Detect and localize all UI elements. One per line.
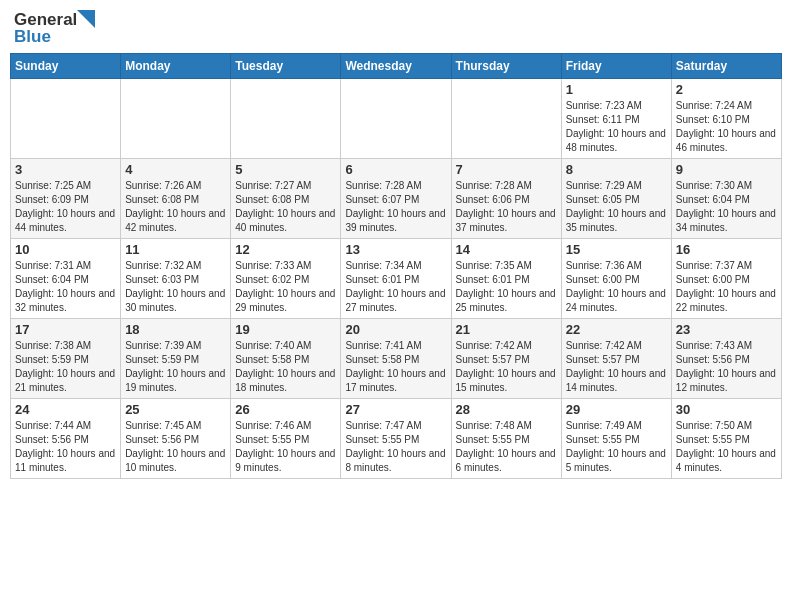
calendar-day-cell [11, 79, 121, 159]
day-number: 5 [235, 162, 336, 177]
calendar-day-cell: 12Sunrise: 7:33 AMSunset: 6:02 PMDayligh… [231, 239, 341, 319]
day-number: 6 [345, 162, 446, 177]
day-number: 17 [15, 322, 116, 337]
calendar-weekday-header: Thursday [451, 54, 561, 79]
day-info: Sunrise: 7:37 AMSunset: 6:00 PMDaylight:… [676, 259, 777, 315]
day-number: 9 [676, 162, 777, 177]
calendar-day-cell: 5Sunrise: 7:27 AMSunset: 6:08 PMDaylight… [231, 159, 341, 239]
calendar-day-cell: 30Sunrise: 7:50 AMSunset: 5:55 PMDayligh… [671, 399, 781, 479]
day-info: Sunrise: 7:43 AMSunset: 5:56 PMDaylight:… [676, 339, 777, 395]
logo-container: General Blue [14, 10, 95, 45]
calendar-day-cell: 27Sunrise: 7:47 AMSunset: 5:55 PMDayligh… [341, 399, 451, 479]
calendar-day-cell [341, 79, 451, 159]
day-info: Sunrise: 7:42 AMSunset: 5:57 PMDaylight:… [456, 339, 557, 395]
day-info: Sunrise: 7:42 AMSunset: 5:57 PMDaylight:… [566, 339, 667, 395]
day-number: 14 [456, 242, 557, 257]
day-info: Sunrise: 7:46 AMSunset: 5:55 PMDaylight:… [235, 419, 336, 475]
day-info: Sunrise: 7:32 AMSunset: 6:03 PMDaylight:… [125, 259, 226, 315]
day-number: 1 [566, 82, 667, 97]
calendar-day-cell: 1Sunrise: 7:23 AMSunset: 6:11 PMDaylight… [561, 79, 671, 159]
day-number: 19 [235, 322, 336, 337]
day-info: Sunrise: 7:41 AMSunset: 5:58 PMDaylight:… [345, 339, 446, 395]
day-info: Sunrise: 7:24 AMSunset: 6:10 PMDaylight:… [676, 99, 777, 155]
calendar-day-cell: 14Sunrise: 7:35 AMSunset: 6:01 PMDayligh… [451, 239, 561, 319]
day-number: 4 [125, 162, 226, 177]
day-number: 8 [566, 162, 667, 177]
calendar-weekday-header: Wednesday [341, 54, 451, 79]
day-info: Sunrise: 7:35 AMSunset: 6:01 PMDaylight:… [456, 259, 557, 315]
calendar-weekday-header: Tuesday [231, 54, 341, 79]
calendar-week-row: 10Sunrise: 7:31 AMSunset: 6:04 PMDayligh… [11, 239, 782, 319]
day-info: Sunrise: 7:28 AMSunset: 6:06 PMDaylight:… [456, 179, 557, 235]
calendar-day-cell: 13Sunrise: 7:34 AMSunset: 6:01 PMDayligh… [341, 239, 451, 319]
calendar-weekday-header: Saturday [671, 54, 781, 79]
calendar-week-row: 17Sunrise: 7:38 AMSunset: 5:59 PMDayligh… [11, 319, 782, 399]
day-info: Sunrise: 7:27 AMSunset: 6:08 PMDaylight:… [235, 179, 336, 235]
calendar-day-cell: 10Sunrise: 7:31 AMSunset: 6:04 PMDayligh… [11, 239, 121, 319]
calendar-day-cell [121, 79, 231, 159]
day-info: Sunrise: 7:28 AMSunset: 6:07 PMDaylight:… [345, 179, 446, 235]
page-header: General Blue [10, 10, 782, 45]
calendar-day-cell: 28Sunrise: 7:48 AMSunset: 5:55 PMDayligh… [451, 399, 561, 479]
day-number: 24 [15, 402, 116, 417]
day-number: 7 [456, 162, 557, 177]
calendar-day-cell: 25Sunrise: 7:45 AMSunset: 5:56 PMDayligh… [121, 399, 231, 479]
day-info: Sunrise: 7:48 AMSunset: 5:55 PMDaylight:… [456, 419, 557, 475]
day-info: Sunrise: 7:49 AMSunset: 5:55 PMDaylight:… [566, 419, 667, 475]
day-info: Sunrise: 7:34 AMSunset: 6:01 PMDaylight:… [345, 259, 446, 315]
calendar-day-cell [231, 79, 341, 159]
day-info: Sunrise: 7:23 AMSunset: 6:11 PMDaylight:… [566, 99, 667, 155]
calendar-day-cell: 16Sunrise: 7:37 AMSunset: 6:00 PMDayligh… [671, 239, 781, 319]
day-number: 16 [676, 242, 777, 257]
calendar-weekday-header: Sunday [11, 54, 121, 79]
day-number: 27 [345, 402, 446, 417]
calendar-day-cell: 11Sunrise: 7:32 AMSunset: 6:03 PMDayligh… [121, 239, 231, 319]
day-info: Sunrise: 7:45 AMSunset: 5:56 PMDaylight:… [125, 419, 226, 475]
day-number: 2 [676, 82, 777, 97]
day-number: 15 [566, 242, 667, 257]
day-info: Sunrise: 7:38 AMSunset: 5:59 PMDaylight:… [15, 339, 116, 395]
day-info: Sunrise: 7:25 AMSunset: 6:09 PMDaylight:… [15, 179, 116, 235]
calendar-day-cell: 17Sunrise: 7:38 AMSunset: 5:59 PMDayligh… [11, 319, 121, 399]
calendar-day-cell: 20Sunrise: 7:41 AMSunset: 5:58 PMDayligh… [341, 319, 451, 399]
day-number: 28 [456, 402, 557, 417]
day-info: Sunrise: 7:39 AMSunset: 5:59 PMDaylight:… [125, 339, 226, 395]
day-info: Sunrise: 7:33 AMSunset: 6:02 PMDaylight:… [235, 259, 336, 315]
calendar-day-cell: 15Sunrise: 7:36 AMSunset: 6:00 PMDayligh… [561, 239, 671, 319]
day-number: 29 [566, 402, 667, 417]
day-number: 11 [125, 242, 226, 257]
svg-marker-0 [77, 10, 95, 28]
calendar-weekday-header: Monday [121, 54, 231, 79]
day-info: Sunrise: 7:36 AMSunset: 6:00 PMDaylight:… [566, 259, 667, 315]
day-info: Sunrise: 7:26 AMSunset: 6:08 PMDaylight:… [125, 179, 226, 235]
calendar-day-cell: 19Sunrise: 7:40 AMSunset: 5:58 PMDayligh… [231, 319, 341, 399]
calendar-weekday-header: Friday [561, 54, 671, 79]
day-info: Sunrise: 7:40 AMSunset: 5:58 PMDaylight:… [235, 339, 336, 395]
calendar-header-row: SundayMondayTuesdayWednesdayThursdayFrid… [11, 54, 782, 79]
day-number: 26 [235, 402, 336, 417]
calendar-day-cell: 7Sunrise: 7:28 AMSunset: 6:06 PMDaylight… [451, 159, 561, 239]
day-info: Sunrise: 7:29 AMSunset: 6:05 PMDaylight:… [566, 179, 667, 235]
calendar-week-row: 24Sunrise: 7:44 AMSunset: 5:56 PMDayligh… [11, 399, 782, 479]
calendar-day-cell: 23Sunrise: 7:43 AMSunset: 5:56 PMDayligh… [671, 319, 781, 399]
day-number: 12 [235, 242, 336, 257]
calendar-week-row: 1Sunrise: 7:23 AMSunset: 6:11 PMDaylight… [11, 79, 782, 159]
day-info: Sunrise: 7:50 AMSunset: 5:55 PMDaylight:… [676, 419, 777, 475]
calendar-day-cell: 8Sunrise: 7:29 AMSunset: 6:05 PMDaylight… [561, 159, 671, 239]
day-number: 10 [15, 242, 116, 257]
day-number: 3 [15, 162, 116, 177]
calendar-day-cell: 18Sunrise: 7:39 AMSunset: 5:59 PMDayligh… [121, 319, 231, 399]
day-number: 20 [345, 322, 446, 337]
day-number: 22 [566, 322, 667, 337]
calendar-day-cell: 2Sunrise: 7:24 AMSunset: 6:10 PMDaylight… [671, 79, 781, 159]
calendar-day-cell [451, 79, 561, 159]
day-info: Sunrise: 7:30 AMSunset: 6:04 PMDaylight:… [676, 179, 777, 235]
day-number: 25 [125, 402, 226, 417]
calendar-day-cell: 29Sunrise: 7:49 AMSunset: 5:55 PMDayligh… [561, 399, 671, 479]
day-number: 23 [676, 322, 777, 337]
logo-general-text: General [14, 11, 77, 28]
day-info: Sunrise: 7:47 AMSunset: 5:55 PMDaylight:… [345, 419, 446, 475]
day-info: Sunrise: 7:31 AMSunset: 6:04 PMDaylight:… [15, 259, 116, 315]
calendar-table: SundayMondayTuesdayWednesdayThursdayFrid… [10, 53, 782, 479]
calendar-day-cell: 4Sunrise: 7:26 AMSunset: 6:08 PMDaylight… [121, 159, 231, 239]
